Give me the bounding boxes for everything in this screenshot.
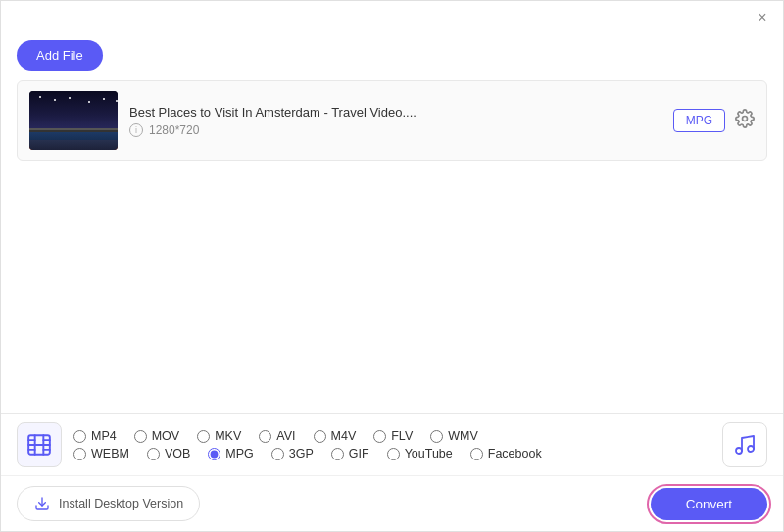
format-radio-avi[interactable] <box>259 430 271 443</box>
format-radio-wmv[interactable] <box>430 430 443 443</box>
format-label-mp4: MP4 <box>91 429 117 443</box>
action-bar: Install Desktop Version Convert <box>1 475 783 531</box>
format-label-avi: AVI <box>276 429 295 443</box>
format-option-m4v[interactable]: M4V <box>314 429 357 443</box>
format-radio-youtube[interactable] <box>387 448 400 460</box>
install-label: Install Desktop Version <box>59 497 183 510</box>
toolbar: Add File <box>1 34 783 80</box>
download-icon <box>33 495 51 512</box>
video-icon <box>26 432 52 458</box>
format-option-mov[interactable]: MOV <box>134 429 179 443</box>
format-row: MP4 MOV MKV AVI M4V <box>1 414 783 475</box>
format-radio-mp4[interactable] <box>74 430 86 443</box>
convert-button[interactable]: Convert <box>651 488 767 520</box>
svg-point-0 <box>743 116 748 121</box>
install-desktop-button[interactable]: Install Desktop Version <box>17 486 200 521</box>
file-resolution: 1280*720 <box>149 123 199 137</box>
file-info: Best Places to Visit In Amsterdam - Trav… <box>129 105 662 137</box>
bottom-panel: MP4 MOV MKV AVI M4V <box>1 413 783 531</box>
format-option-gif[interactable]: GIF <box>331 447 369 460</box>
format-radio-mov[interactable] <box>134 430 147 443</box>
format-label-gif: GIF <box>349 447 369 460</box>
formats-line-1: MP4 MOV MKV AVI M4V <box>74 429 710 443</box>
format-option-vob[interactable]: VOB <box>147 447 190 460</box>
format-radio-webm[interactable] <box>74 448 86 460</box>
title-bar: × <box>1 1 783 34</box>
format-option-mkv[interactable]: MKV <box>197 429 241 443</box>
music-icon <box>733 433 757 457</box>
file-actions: MPG <box>673 109 755 133</box>
format-label-wmv: WMV <box>448 429 478 443</box>
format-option-webm[interactable]: WEBM <box>74 447 129 460</box>
format-option-avi[interactable]: AVI <box>259 429 295 443</box>
format-option-flv[interactable]: FLV <box>373 429 413 443</box>
format-radio-m4v[interactable] <box>314 430 326 443</box>
format-label-3gp: 3GP <box>289 447 314 460</box>
format-radio-mkv[interactable] <box>197 430 210 443</box>
format-label-m4v: M4V <box>331 429 357 443</box>
format-label-vob: VOB <box>165 447 190 460</box>
format-badge-button[interactable]: MPG <box>673 109 725 132</box>
formats-grid: MP4 MOV MKV AVI M4V <box>74 429 710 460</box>
format-label-mpg: MPG <box>225 447 253 460</box>
format-label-mov: MOV <box>152 429 179 443</box>
format-option-wmv[interactable]: WMV <box>430 429 478 443</box>
file-list: Best Places to Visit In Amsterdam - Trav… <box>17 80 767 161</box>
format-radio-gif[interactable] <box>331 448 344 460</box>
format-option-3gp[interactable]: 3GP <box>271 447 314 460</box>
content-area <box>1 161 783 357</box>
settings-button[interactable] <box>735 109 755 133</box>
format-label-facebook: Facebook <box>488 447 542 460</box>
info-icon: i <box>129 123 143 137</box>
format-option-mpg[interactable]: MPG <box>208 447 253 460</box>
format-radio-flv[interactable] <box>373 430 386 443</box>
file-item: Best Places to Visit In Amsterdam - Trav… <box>18 81 766 160</box>
format-option-youtube[interactable]: YouTube <box>387 447 453 460</box>
format-radio-facebook[interactable] <box>470 448 483 460</box>
format-radio-3gp[interactable] <box>271 448 284 460</box>
file-meta: i 1280*720 <box>129 123 662 137</box>
formats-line-2: WEBM VOB MPG 3GP GIF <box>74 447 710 460</box>
video-format-icon-box[interactable] <box>17 422 62 467</box>
format-label-flv: FLV <box>391 429 413 443</box>
file-name: Best Places to Visit In Amsterdam - Trav… <box>129 105 662 120</box>
svg-point-9 <box>736 448 742 454</box>
music-format-icon-box[interactable] <box>722 422 767 467</box>
format-radio-mpg[interactable] <box>208 448 220 460</box>
add-file-button[interactable]: Add File <box>17 40 103 71</box>
file-thumbnail <box>29 91 118 150</box>
format-label-mkv: MKV <box>215 429 241 443</box>
close-button[interactable]: × <box>754 9 771 26</box>
format-radio-vob[interactable] <box>147 448 160 460</box>
format-label-webm: WEBM <box>91 447 129 460</box>
format-option-mp4[interactable]: MP4 <box>74 429 117 443</box>
format-option-facebook[interactable]: Facebook <box>470 447 542 460</box>
format-label-youtube: YouTube <box>405 447 453 460</box>
